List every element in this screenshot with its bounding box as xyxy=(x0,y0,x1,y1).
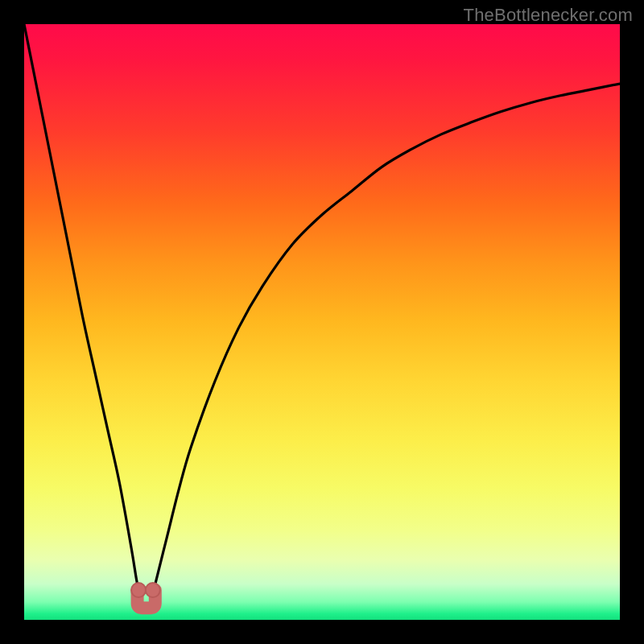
plot-area xyxy=(24,24,620,620)
curve-layer xyxy=(24,24,620,620)
bottleneck-curve xyxy=(24,24,620,611)
watermark-text: TheBottlenecker.com xyxy=(464,5,633,26)
chart-frame: TheBottlenecker.com xyxy=(0,0,644,644)
marker-left-dot xyxy=(131,583,146,597)
marker-right-dot xyxy=(146,583,160,597)
